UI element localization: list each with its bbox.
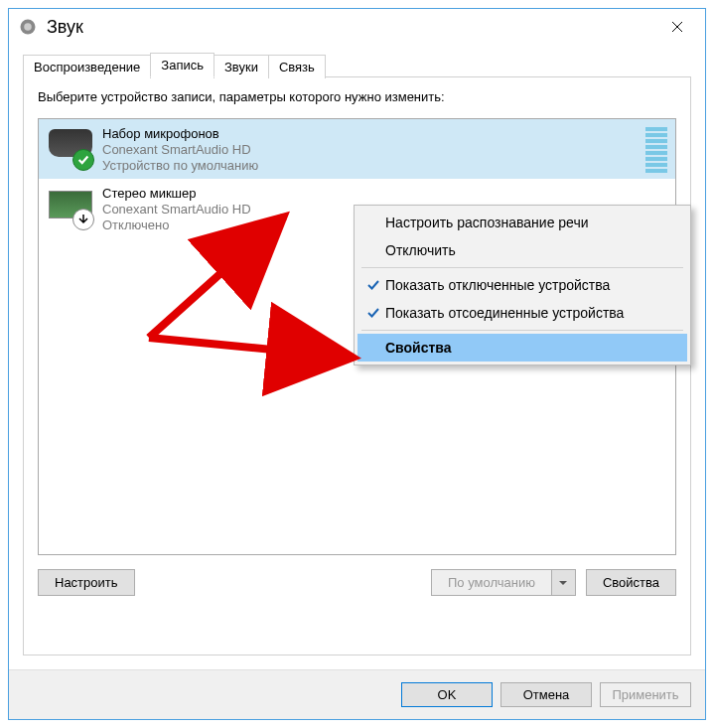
tab-playback[interactable]: Воспроизведение: [23, 55, 151, 78]
default-check-badge: [72, 149, 94, 171]
menu-separator: [361, 330, 683, 331]
device-row-microphone-array[interactable]: Набор микрофонов Conexant SmartAudio HD …: [39, 119, 675, 179]
instruction-text: Выберите устройство записи, параметры ко…: [38, 89, 676, 104]
context-menu: Настроить распознавание речи Отключить П…: [354, 205, 691, 365]
device-name: Набор микрофонов: [102, 126, 640, 142]
menu-show-disconnected[interactable]: Показать отсоединенные устройства: [357, 299, 687, 327]
window-title: Звук: [47, 17, 655, 38]
menu-separator: [361, 267, 683, 268]
menu-configure-speech[interactable]: Настроить распознавание речи: [357, 209, 687, 236]
set-default-split-button[interactable]: По умолчанию: [431, 569, 576, 596]
close-button[interactable]: [655, 12, 699, 42]
tab-bar: Воспроизведение Запись Звуки Связь: [23, 53, 691, 77]
tab-communications[interactable]: Связь: [268, 55, 326, 78]
panel-button-row: Настроить По умолчанию Свойства: [38, 569, 676, 596]
ok-button[interactable]: OK: [401, 682, 493, 707]
level-meter: [645, 125, 667, 173]
menu-label: Показать отсоединенные устройства: [385, 305, 624, 321]
speaker-icon: [19, 18, 37, 36]
device-status: Устройство по умолчанию: [102, 158, 640, 174]
recording-panel: Выберите устройство записи, параметры ко…: [23, 76, 691, 655]
device-text: Набор микрофонов Conexant SmartAudio HD …: [102, 124, 640, 175]
menu-label: Отключить: [385, 242, 456, 258]
menu-label: Показать отключенные устройства: [385, 277, 610, 293]
microphone-icon: [47, 125, 94, 173]
menu-show-disabled[interactable]: Показать отключенные устройства: [357, 271, 687, 299]
cancel-button[interactable]: Отмена: [500, 682, 592, 707]
check-icon: [361, 276, 385, 294]
menu-properties[interactable]: Свойства: [357, 334, 687, 362]
disabled-badge: [72, 209, 94, 230]
check-icon: [361, 304, 385, 322]
titlebar: Звук: [9, 9, 705, 45]
set-default-button[interactable]: По умолчанию: [431, 569, 552, 596]
tab-recording[interactable]: Запись: [150, 53, 214, 77]
properties-button[interactable]: Свойства: [586, 569, 676, 596]
tab-sounds[interactable]: Звуки: [214, 55, 269, 78]
device-driver: Conexant SmartAudio HD: [102, 142, 640, 158]
device-name: Стерео микшер: [102, 186, 667, 202]
configure-button[interactable]: Настроить: [38, 569, 135, 596]
mixer-icon: [47, 185, 94, 232]
menu-label: Свойства: [385, 340, 452, 356]
menu-check-placeholder: [361, 241, 385, 259]
dialog-button-bar: OK Отмена Применить: [9, 669, 705, 719]
menu-check-placeholder: [361, 339, 385, 357]
apply-button[interactable]: Применить: [600, 682, 691, 707]
menu-disable[interactable]: Отключить: [357, 236, 687, 264]
set-default-caret[interactable]: [552, 569, 576, 596]
menu-label: Настроить распознавание речи: [385, 215, 589, 230]
menu-check-placeholder: [361, 214, 385, 231]
svg-point-1: [24, 23, 32, 31]
